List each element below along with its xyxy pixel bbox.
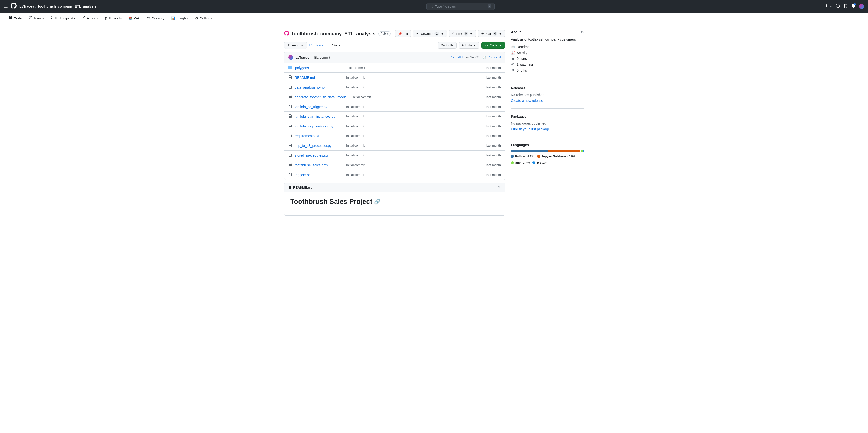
about-header: About ⚙ — [511, 30, 584, 34]
file-row: triggers.sqlInitial commitlast month — [284, 170, 505, 179]
search-icon — [430, 4, 433, 8]
file-name-link[interactable]: lambda_start_instances.py — [295, 115, 343, 118]
file-icon — [288, 85, 292, 89]
hamburger-icon[interactable]: ☰ — [4, 4, 8, 9]
tab-wiki[interactable]: 📚 Wiki — [125, 13, 143, 24]
branch-count-link[interactable]: 1 branch — [309, 43, 326, 48]
file-name-link[interactable]: requirements.txt — [295, 134, 343, 138]
file-name-link[interactable]: lambda_s3_trigger.py — [295, 105, 343, 109]
languages-title: Languages — [511, 143, 529, 147]
tab-issues[interactable]: Issues — [26, 13, 46, 24]
tab-code[interactable]: Code — [6, 13, 25, 24]
file-name-link[interactable]: polygons — [295, 66, 344, 70]
unwatch-button[interactable]: 👁 Unwatch 1 ▼ — [413, 30, 447, 37]
tab-actions-label: Actions — [87, 16, 98, 20]
avatar[interactable] — [859, 4, 864, 9]
unwatch-count: 1 — [434, 32, 439, 35]
lang-item[interactable]: Shell 2.7% — [511, 161, 530, 165]
pin-button[interactable]: 📌 Pin — [395, 30, 411, 37]
lang-item[interactable]: Python 51.6% — [511, 155, 534, 158]
code-icon — [9, 16, 12, 20]
forks-link[interactable]: ⚲ 0 forks — [511, 68, 584, 72]
commit-hash-link[interactable]: 2ebf4bf — [451, 56, 463, 59]
file-icon — [288, 143, 292, 148]
file-commit-msg: Initial commit — [346, 105, 483, 109]
file-row: requirements.txtInitial commitlast month — [284, 131, 505, 141]
tag-count-link[interactable]: 🏷 0 tags — [328, 44, 340, 47]
lang-item[interactable]: R 1.1% — [532, 161, 546, 165]
file-time: last month — [486, 115, 501, 118]
code-button[interactable]: <> Code ▼ — [482, 42, 505, 49]
file-name-link[interactable]: lambda_stop_instance.py — [295, 124, 343, 128]
star-count: 0 — [493, 32, 497, 35]
file-time: last month — [486, 173, 501, 177]
file-row: polygonsInitial commitlast month — [284, 63, 505, 73]
repo-sidebar: About ⚙ Analysis of toothbrush company c… — [511, 30, 584, 215]
file-name-link[interactable]: generate_toothbrush_data _modifi... — [295, 95, 349, 99]
watching-link[interactable]: 👁 1 watching — [511, 62, 584, 66]
file-time: last month — [486, 153, 501, 157]
file-list: polygonsInitial commitlast monthREADME.m… — [284, 63, 505, 179]
repo-icon — [284, 31, 289, 37]
edit-icon[interactable]: ✎ — [498, 185, 501, 189]
file-name-link[interactable]: data_analysis.ipynb — [295, 85, 343, 89]
list-icon: ☰ — [288, 185, 291, 189]
search-placeholder: Type / to search — [435, 5, 486, 8]
add-file-button[interactable]: Add file ▼ — [459, 42, 479, 49]
readme-link-label: Readme — [517, 45, 530, 49]
issue-icon[interactable] — [836, 4, 840, 9]
star-count-icon: ★ — [511, 57, 515, 61]
plus-icon[interactable] — [825, 4, 832, 9]
history-icon: 🕐 — [483, 56, 486, 59]
stars-link[interactable]: ★ 0 stars — [511, 57, 584, 61]
activity-link[interactable]: 📈 Activity — [511, 51, 584, 55]
pr-icon[interactable] — [844, 4, 847, 9]
tab-settings[interactable]: ⚙ Settings — [192, 13, 215, 24]
breadcrumb-user[interactable]: LyTracey — [20, 4, 34, 8]
eye-icon: 👁 — [416, 32, 420, 35]
file-icon — [288, 75, 292, 80]
fork-button[interactable]: ⚲ Fork 0 ▼ — [449, 30, 476, 37]
branch-selector[interactable]: main ▼ — [284, 42, 307, 49]
about-description: Analysis of toothbrush company customers… — [511, 37, 584, 42]
commit-count-link[interactable]: 1 commit — [489, 56, 501, 59]
lang-dot-r — [532, 161, 535, 164]
go-to-file-button[interactable]: Go to file — [438, 42, 457, 49]
file-name-link[interactable]: stored_procedures.sql — [295, 153, 343, 157]
file-row: generate_toothbrush_data _modifi...Initi… — [284, 92, 505, 102]
eye-watching-icon: 👁 — [511, 62, 515, 66]
file-name-link[interactable]: README.md — [295, 76, 343, 80]
branch-icon — [287, 43, 291, 48]
file-row: lambda_start_instances.pyInitial commitl… — [284, 112, 505, 121]
file-commit-msg: Initial commit — [346, 76, 483, 79]
file-commit-msg: Initial commit — [347, 66, 483, 69]
tab-projects[interactable]: ▦ Projects — [102, 13, 124, 24]
github-logo[interactable] — [11, 3, 17, 10]
breadcrumb-repo[interactable]: toothbrush_company_ETL_analysis — [38, 4, 96, 8]
tab-code-label: Code — [13, 16, 22, 20]
file-name-link[interactable]: toothbrush_sales.pptx — [295, 163, 343, 167]
tab-security[interactable]: 🛡 Security — [144, 13, 167, 24]
readme-project-title: Toothbrush Sales Project 🔗 — [290, 198, 499, 206]
tag-count: 0 tags — [332, 44, 340, 47]
star-button[interactable]: ★ Star 0 ▼ — [478, 30, 505, 37]
tab-insights[interactable]: 📊 Insights — [168, 13, 191, 24]
tab-actions[interactable]: Actions — [79, 13, 101, 24]
file-name-link[interactable]: triggers.sql — [295, 173, 343, 177]
lang-dot-shell — [511, 161, 514, 164]
commit-author-link[interactable]: LyTracey — [296, 56, 309, 59]
releases-title: Releases — [511, 86, 526, 90]
notification-icon[interactable] — [851, 4, 855, 9]
file-commit-msg: Initial commit — [346, 134, 483, 138]
lang-item[interactable]: Jupyter Notebook 44.6% — [537, 155, 575, 158]
publish-package-link[interactable]: Publish your first package — [511, 127, 550, 131]
search-bar[interactable]: Type / to search / — [427, 3, 495, 10]
repo-main: toothbrush_company_ETL_analysis Public 📌… — [284, 30, 505, 215]
settings-gear-icon[interactable]: ⚙ — [581, 30, 584, 34]
file-commit-msg: Initial commit — [346, 144, 483, 147]
readme-link[interactable]: 📖 Readme — [511, 45, 584, 49]
tab-pull-requests[interactable]: Pull requests — [48, 13, 78, 24]
insights-icon: 📊 — [171, 16, 175, 20]
create-release-link[interactable]: Create a new release — [511, 99, 543, 103]
file-name-link[interactable]: sftp_to_s3_processor.py — [295, 144, 343, 148]
